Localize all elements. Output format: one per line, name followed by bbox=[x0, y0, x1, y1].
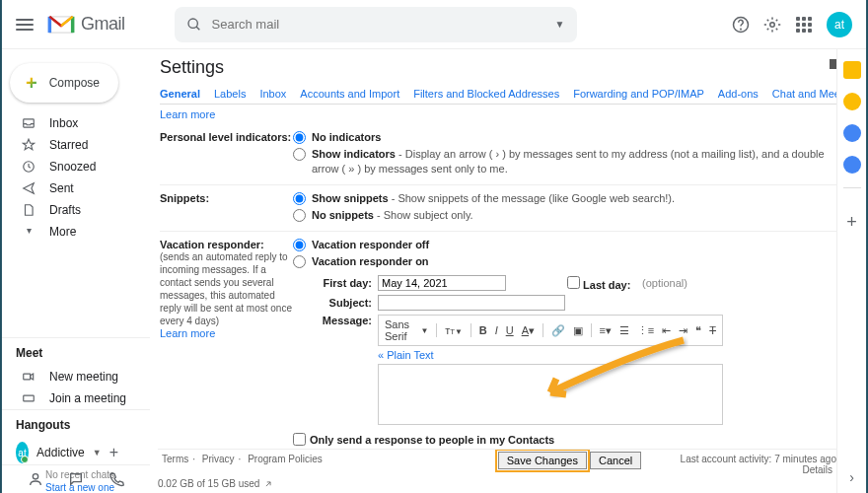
message-label: Message: bbox=[293, 315, 372, 425]
indent-more-button[interactable]: ⇥ bbox=[679, 324, 687, 337]
file-icon bbox=[22, 203, 36, 217]
row-personal-level-indicators: Personal level indicators: No indicators… bbox=[160, 124, 846, 185]
add-chat-button[interactable]: + bbox=[109, 444, 118, 461]
svg-line-1 bbox=[196, 27, 199, 30]
help-icon[interactable] bbox=[732, 16, 750, 34]
only-contacts-checkbox[interactable] bbox=[293, 433, 306, 446]
svg-point-3 bbox=[741, 29, 742, 30]
align-button[interactable]: ≡▾ bbox=[599, 324, 611, 337]
contacts-icon[interactable] bbox=[843, 156, 861, 174]
indent-less-button[interactable]: ⇤ bbox=[662, 324, 671, 337]
tab-labels[interactable]: Labels bbox=[214, 88, 246, 100]
vacation-off-radio[interactable] bbox=[293, 239, 306, 251]
search-bar[interactable]: ▼ bbox=[175, 7, 577, 42]
tab-accounts[interactable]: Accounts and Import bbox=[300, 88, 399, 100]
numbered-list-button[interactable]: ☰ bbox=[619, 324, 629, 337]
learn-more-link[interactable]: Learn more bbox=[160, 108, 215, 120]
pli-no-indicators-radio[interactable] bbox=[293, 131, 306, 144]
hangouts-user-row[interactable]: at Addictive ▼ + bbox=[2, 438, 150, 467]
row-sub-desc: (sends an automated reply to incoming me… bbox=[160, 250, 293, 327]
tab-inbox[interactable]: Inbox bbox=[259, 88, 286, 100]
sidebar-item-starred[interactable]: Starred bbox=[2, 134, 150, 156]
person-icon[interactable] bbox=[28, 471, 43, 487]
sidebar-item-more[interactable]: ▾More bbox=[2, 221, 150, 243]
italic-button[interactable]: I bbox=[495, 324, 498, 336]
svg-point-9 bbox=[34, 474, 38, 479]
apps-icon[interactable] bbox=[795, 16, 813, 34]
chevron-down-icon[interactable]: ▼ bbox=[93, 448, 102, 458]
last-day-checkbox[interactable] bbox=[567, 276, 580, 289]
plain-text-link[interactable]: « Plain Text bbox=[378, 349, 846, 361]
sidebar-item-label: Snoozed bbox=[49, 160, 96, 174]
tasks-icon[interactable] bbox=[843, 124, 861, 142]
settings-gear-icon[interactable] bbox=[763, 16, 781, 34]
policies-link[interactable]: Program Policies bbox=[248, 454, 323, 464]
sidebar-item-join-meeting[interactable]: Join a meeting bbox=[2, 387, 150, 409]
search-input[interactable] bbox=[212, 17, 555, 32]
compose-button[interactable]: + Compose bbox=[10, 63, 118, 103]
font-select[interactable]: Sans Serif ▼ bbox=[385, 318, 428, 342]
search-options-caret[interactable]: ▼ bbox=[555, 19, 565, 30]
menu-icon[interactable] bbox=[16, 19, 34, 31]
text-color-button[interactable]: A▾ bbox=[522, 324, 535, 337]
font-size-button[interactable]: тT▼ bbox=[445, 324, 463, 336]
sidebar-item-label: More bbox=[49, 225, 76, 239]
keep-icon[interactable] bbox=[843, 93, 861, 110]
side-panel: + › bbox=[836, 49, 866, 493]
sidebar-item-snoozed[interactable]: Snoozed bbox=[2, 156, 150, 177]
calendar-icon[interactable] bbox=[843, 61, 861, 79]
vacation-on-radio[interactable] bbox=[293, 255, 306, 268]
svg-rect-8 bbox=[24, 395, 35, 401]
sidebar-item-drafts[interactable]: Drafts bbox=[2, 199, 150, 221]
sidebar-bottom-bar bbox=[2, 464, 150, 493]
message-editor[interactable] bbox=[378, 364, 723, 425]
radio-label: Vacation responder off bbox=[312, 238, 429, 252]
quote-button[interactable]: ❝ bbox=[695, 324, 701, 337]
tab-general[interactable]: General bbox=[160, 88, 200, 100]
search-icon bbox=[186, 17, 202, 33]
privacy-link[interactable]: Privacy bbox=[202, 454, 235, 464]
row-snippets: Snippets: Show snippets - Show snippets … bbox=[160, 185, 846, 232]
sidebar-item-new-meeting[interactable]: New meeting bbox=[2, 366, 150, 387]
chat-icon[interactable] bbox=[68, 471, 84, 487]
subject-input[interactable] bbox=[378, 295, 565, 311]
radio-label: Show indicators bbox=[312, 148, 396, 160]
tab-addons[interactable]: Add-ons bbox=[718, 88, 759, 100]
tab-forwarding[interactable]: Forwarding and POP/IMAP bbox=[573, 88, 704, 100]
details-link[interactable]: Details bbox=[802, 464, 832, 475]
svg-point-4 bbox=[770, 22, 775, 27]
inbox-icon bbox=[22, 116, 36, 130]
svg-rect-7 bbox=[24, 374, 31, 380]
sidebar-item-sent[interactable]: Sent bbox=[2, 177, 150, 199]
snippets-show-radio[interactable] bbox=[293, 192, 306, 205]
settings-title: Settings bbox=[160, 57, 846, 78]
image-button[interactable]: ▣ bbox=[573, 324, 583, 337]
logo-text: Gmail bbox=[81, 14, 125, 35]
terms-link[interactable]: Terms bbox=[162, 454, 188, 464]
link-button[interactable]: 🔗 bbox=[551, 324, 565, 337]
bold-button[interactable]: B bbox=[479, 324, 487, 336]
snippets-no-radio[interactable] bbox=[293, 209, 306, 222]
header: Gmail ▼ at bbox=[2, 0, 866, 49]
bulleted-list-button[interactable]: ⋮≡ bbox=[637, 324, 654, 337]
clear-format-button[interactable]: T bbox=[709, 324, 716, 336]
sidebar-item-inbox[interactable]: Inbox bbox=[2, 112, 150, 134]
first-day-label: First day: bbox=[293, 277, 372, 289]
storage-usage[interactable]: 0.02 GB of 15 GB used bbox=[158, 478, 273, 489]
learn-more-link[interactable]: Learn more bbox=[160, 327, 215, 339]
gmail-logo[interactable]: Gmail bbox=[47, 14, 125, 35]
sidebar-item-label: Drafts bbox=[49, 203, 81, 217]
video-icon bbox=[22, 370, 36, 384]
status-dot bbox=[21, 456, 29, 463]
phone-icon[interactable] bbox=[108, 471, 124, 487]
add-addon-button[interactable]: + bbox=[846, 212, 857, 233]
tab-chat[interactable]: Chat and Meet bbox=[772, 88, 843, 100]
row-label: Personal level indicators: bbox=[160, 130, 293, 178]
underline-button[interactable]: U bbox=[506, 324, 514, 336]
pli-show-indicators-radio[interactable] bbox=[293, 148, 306, 161]
first-day-input[interactable] bbox=[378, 275, 506, 291]
clock-icon bbox=[22, 160, 36, 174]
collapse-panel-button[interactable]: › bbox=[849, 469, 854, 485]
tab-filters[interactable]: Filters and Blocked Addresses bbox=[413, 88, 559, 100]
account-avatar[interactable]: at bbox=[827, 12, 852, 37]
